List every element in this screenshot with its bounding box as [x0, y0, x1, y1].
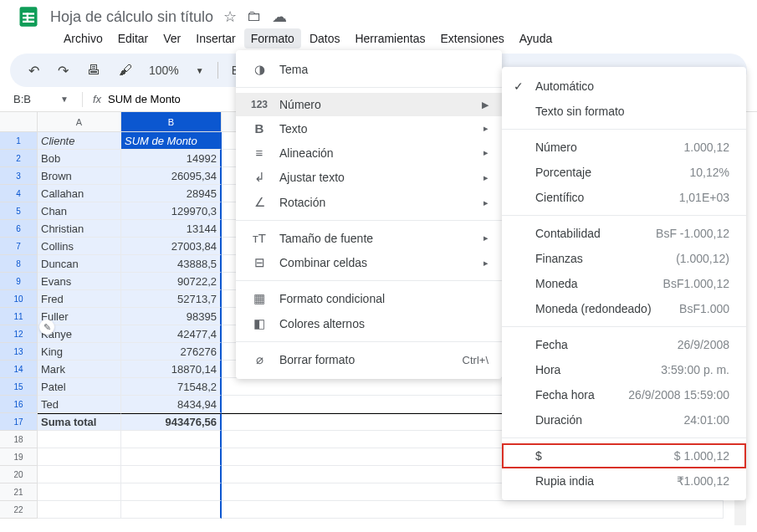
numfmt-contabilidad[interactable]: ContabilidadBsF -1.000,12	[502, 221, 746, 246]
numfmt-hora[interactable]: Hora3:59:00 p. m.	[502, 357, 746, 382]
edit-pivot-icon[interactable]: ✎	[39, 320, 54, 335]
cell[interactable]: 43888,5	[121, 255, 222, 273]
redo-icon[interactable]: ↷	[53, 59, 74, 82]
cell[interactable]: 26095,34	[121, 167, 222, 185]
cell[interactable]	[222, 501, 724, 519]
cell[interactable]	[121, 501, 222, 519]
numfmt-moneda-redondeado[interactable]: Moneda (redondeado)BsF1.000	[502, 296, 746, 321]
cell[interactable]: 28945	[121, 185, 222, 202]
cell[interactable]: 8434,94	[121, 396, 222, 413]
numfmt-texto-sin-formato[interactable]: Texto sin formato	[502, 99, 746, 124]
cell[interactable]: Cliente	[38, 132, 121, 150]
numfmt-porcentaje[interactable]: Porcentaje10,12%	[502, 160, 746, 185]
format-tema[interactable]: ◑Tema	[236, 57, 502, 82]
cell[interactable]: 98395	[121, 308, 222, 325]
cell[interactable]	[121, 431, 222, 448]
format-condicional[interactable]: ▦Formato condicional	[236, 286, 502, 311]
cell[interactable]: Duncan	[38, 255, 121, 273]
cell[interactable]: Ted	[38, 396, 121, 413]
menu-herramientas[interactable]: Herramientas	[348, 28, 432, 49]
row-header[interactable]: 16	[0, 396, 38, 413]
format-borrar[interactable]: ⌀Borrar formatoCtrl+\	[236, 347, 502, 372]
menu-editar[interactable]: Editar	[111, 28, 156, 49]
menu-archivo[interactable]: Archivo	[57, 28, 110, 49]
cell[interactable]: 27003,84	[121, 238, 222, 255]
undo-icon[interactable]: ↶	[23, 59, 44, 82]
cloud-icon[interactable]: ☁	[272, 8, 287, 26]
row-header[interactable]: 6	[0, 220, 38, 238]
document-title[interactable]: Hoja de cálculo sin título	[50, 8, 213, 26]
cell[interactable]: Bob	[38, 150, 121, 167]
cell[interactable]: Fred	[38, 290, 121, 308]
cell[interactable]	[38, 501, 121, 519]
cell[interactable]: 52713,7	[121, 290, 222, 308]
row-header[interactable]: 10	[0, 290, 38, 308]
numfmt-numero[interactable]: Número1.000,12	[502, 135, 746, 160]
cell[interactable]: 276276	[121, 343, 222, 361]
numfmt-finanzas[interactable]: Finanzas(1.000,12)	[502, 246, 746, 271]
row-header[interactable]: 9	[0, 273, 38, 290]
cell[interactable]	[38, 483, 121, 501]
format-colores[interactable]: ◧Colores alternos	[236, 311, 502, 336]
row-header[interactable]: 12	[0, 325, 38, 343]
format-tamano[interactable]: тTTamaño de fuente▸	[236, 226, 502, 250]
row-header[interactable]: 2	[0, 150, 38, 167]
row-header[interactable]: 8	[0, 255, 38, 273]
row-header[interactable]: 13	[0, 343, 38, 361]
numfmt-fecha[interactable]: Fecha26/9/2008	[502, 332, 746, 357]
cell[interactable]: Chan	[38, 202, 121, 220]
numfmt-duracion[interactable]: Duración24:01:00	[502, 407, 746, 432]
cell[interactable]: 129970,3	[121, 202, 222, 220]
cell[interactable]	[38, 448, 121, 466]
zoom-arrow-icon[interactable]: ▼	[191, 63, 209, 79]
cell[interactable]: 943476,56	[121, 413, 222, 431]
cell[interactable]: 42477,4	[121, 325, 222, 343]
row-header[interactable]: 3	[0, 167, 38, 185]
cell[interactable]: Mark	[38, 361, 121, 378]
format-combinar[interactable]: ⊟Combinar celdas▸	[236, 250, 502, 275]
cell[interactable]: Christian	[38, 220, 121, 238]
row-header[interactable]: 11	[0, 308, 38, 325]
menu-formato[interactable]: Formato	[244, 28, 301, 49]
numfmt-dolar[interactable]: $$ 1.000,12	[502, 443, 746, 468]
cell[interactable]: 13144	[121, 220, 222, 238]
menu-datos[interactable]: Datos	[303, 28, 347, 49]
row-header[interactable]: 18	[0, 431, 38, 448]
format-texto[interactable]: BTexto▸	[236, 116, 502, 141]
row-header[interactable]: 20	[0, 466, 38, 483]
cell[interactable]: Suma total	[38, 413, 121, 431]
select-all-corner[interactable]	[0, 112, 38, 132]
menu-ver[interactable]: Ver	[156, 28, 187, 49]
cell[interactable]	[121, 448, 222, 466]
name-box-arrow-icon[interactable]: ▼	[60, 95, 69, 104]
cell[interactable]: Evans	[38, 273, 121, 290]
cell[interactable]: SUM de Monto	[121, 132, 222, 150]
name-box[interactable]	[10, 91, 60, 107]
zoom-level[interactable]: 100%	[146, 64, 182, 77]
cell[interactable]: 14992	[121, 150, 222, 167]
menu-extensiones[interactable]: Extensiones	[433, 28, 510, 49]
sheets-logo[interactable]	[13, 2, 43, 32]
row-header[interactable]: 19	[0, 448, 38, 466]
paint-format-icon[interactable]: 🖌	[114, 59, 137, 81]
cell[interactable]: 18870,14	[121, 361, 222, 378]
format-rotacion[interactable]: ∠Rotación▸	[236, 190, 502, 215]
cell[interactable]: Collins	[38, 238, 121, 255]
row-header[interactable]: 1	[0, 132, 38, 150]
menu-ayuda[interactable]: Ayuda	[513, 28, 559, 49]
cell[interactable]	[121, 483, 222, 501]
numfmt-fecha-hora[interactable]: Fecha hora26/9/2008 15:59:00	[502, 382, 746, 407]
cell[interactable]: 71548,2	[121, 378, 222, 396]
print-icon[interactable]: 🖶	[82, 59, 105, 81]
cell[interactable]	[38, 466, 121, 483]
cell[interactable]: Patel	[38, 378, 121, 396]
menu-insertar[interactable]: Insertar	[189, 28, 242, 49]
format-ajustar[interactable]: ↲Ajustar texto▸	[236, 165, 502, 190]
row-header[interactable]: 5	[0, 202, 38, 220]
row-header[interactable]: 21	[0, 483, 38, 501]
row-header[interactable]: 7	[0, 238, 38, 255]
col-header-b[interactable]: B	[121, 112, 222, 132]
row-header[interactable]: 15	[0, 378, 38, 396]
cell[interactable]: Callahan	[38, 185, 121, 202]
row-header[interactable]: 4	[0, 185, 38, 202]
